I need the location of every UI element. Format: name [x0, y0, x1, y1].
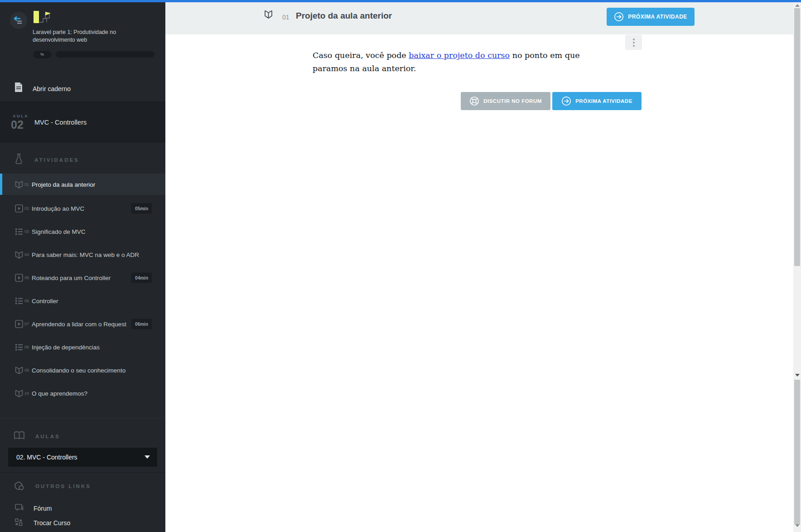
- book-icon: [264, 10, 273, 19]
- book-icon: [15, 389, 23, 397]
- duration-badge: 04min: [131, 272, 152, 283]
- app-window: Laravel parte 1: Produtividade no desenv…: [0, 0, 801, 532]
- activity-label: Introdução ao MVC: [32, 205, 84, 212]
- link-icon: [14, 481, 25, 491]
- book-icon: [15, 366, 23, 374]
- arrow-right-circle-icon: [561, 96, 571, 106]
- activity-label: Injeção de dependências: [32, 343, 100, 350]
- open-notebook-button[interactable]: Abrir caderno: [0, 82, 165, 97]
- course-logo: [33, 10, 55, 29]
- course-progress-bar: [56, 51, 154, 58]
- other-links-section: OUTROS LINKS Fórum Trocar Curso: [0, 472, 165, 532]
- activity-item[interactable]: 09 Consolidando o seu conhecimento: [0, 358, 165, 382]
- video-icon: [15, 204, 23, 213]
- lesson-title: MVC - Controllers: [34, 119, 87, 126]
- lessons-section: AULAS 02. MVC - Controllers: [0, 418, 165, 472]
- video-icon: [15, 274, 23, 282]
- activity-item[interactable]: 04 Para saber mais: MVC na web e o ADR: [0, 243, 165, 266]
- activity-number: 06: [24, 299, 29, 303]
- progress-percent-badge: %: [33, 51, 51, 58]
- list-icon: [15, 343, 23, 351]
- lesson-select-dropdown[interactable]: 02. MVC - Controllers: [8, 448, 157, 467]
- activity-number: 10: [24, 391, 29, 396]
- list-icon: [15, 297, 23, 305]
- open-book-icon: [14, 431, 25, 440]
- activity-label: Roteando para um Controller: [32, 274, 111, 281]
- activity-label: Projeto da aula anterior: [32, 181, 95, 188]
- activity-number: 01: [24, 182, 29, 187]
- scroll-up-arrow-icon[interactable]: [795, 4, 800, 7]
- arrow-right-circle-icon: [614, 12, 624, 22]
- next-activity-button-top[interactable]: PRÓXIMA ATIVIDADE: [607, 8, 695, 26]
- sidebar-link-item[interactable]: Fórum: [0, 502, 165, 516]
- activities-list: 01 Projeto da aula anterior 02 Introduçã…: [0, 174, 165, 405]
- activity-item[interactable]: 06 Controller: [0, 289, 165, 312]
- open-notebook-label: Abrir caderno: [33, 85, 71, 92]
- scroll-down-arrow-icon[interactable]: [795, 524, 800, 527]
- discuss-forum-label: DISCUTIR NO FORUM: [483, 98, 542, 104]
- top-accent-bar: [0, 0, 801, 2]
- task-text-prefix: Caso queira, você pode: [313, 51, 409, 60]
- activity-number: 02: [24, 206, 29, 211]
- scrollbar-thumb-outer[interactable]: [794, 380, 800, 524]
- sidebar-link-label: Fórum: [34, 505, 52, 512]
- activity-content: Caso queira, você pode baixar o projeto …: [165, 34, 793, 532]
- kebab-menu-icon: [625, 39, 642, 47]
- lesson-number: 02: [11, 118, 24, 131]
- scrollbar-thumb-inner[interactable]: [794, 8, 800, 266]
- lessons-section-label: AULAS: [35, 434, 60, 439]
- sidebar-link-label: Trocar Curso: [34, 519, 70, 527]
- activity-item[interactable]: 10 O que aprendemos?: [0, 382, 165, 405]
- activity-item[interactable]: 05 Roteando para um Controller 04min: [0, 266, 165, 289]
- next-activity-label: PRÓXIMA ATIVIDADE: [628, 14, 687, 20]
- activities-section-header: ATIVIDADES: [0, 150, 165, 168]
- course-sidebar: Laravel parte 1: Produtividade no desenv…: [0, 0, 165, 532]
- activity-number: 05: [24, 276, 29, 280]
- activity-header: 01 Projeto da aula anterior PRÓXIMA ATIV…: [165, 2, 793, 34]
- activity-label: Para saber mais: MVC na web e o ADR: [32, 251, 139, 258]
- activity-item[interactable]: 03 Significado de MVC: [0, 220, 165, 243]
- activity-number: 03: [24, 229, 29, 234]
- activity-number: 04: [24, 252, 29, 257]
- task-paragraph: Caso queira, você pode baixar o projeto …: [313, 49, 607, 75]
- book-icon: [15, 180, 23, 189]
- chevron-down-icon: [145, 455, 150, 459]
- activity-number: 08: [24, 345, 29, 349]
- chat-icon: [15, 504, 24, 512]
- lifebuoy-icon: [469, 96, 479, 106]
- duration-badge: 06min: [131, 319, 152, 329]
- next-activity-label: PRÓXIMA ATIVIDADE: [575, 98, 632, 104]
- book-icon: [15, 251, 23, 259]
- activity-item[interactable]: 08 Injeção de dependências: [0, 335, 165, 358]
- flask-icon: [14, 154, 23, 164]
- duration-badge: 05min: [131, 203, 152, 213]
- more-options-button[interactable]: [625, 35, 642, 50]
- activity-item[interactable]: 02 Introdução ao MVC 05min: [0, 197, 165, 220]
- activity-header-number: 01: [282, 14, 290, 21]
- discuss-forum-button[interactable]: DISCUTIR NO FORUM: [461, 92, 550, 110]
- activity-label: Controller: [32, 297, 58, 304]
- task-actions: DISCUTIR NO FORUM PRÓXIMA ATIVIDADE: [461, 92, 642, 110]
- other-links-label: OUTROS LINKS: [35, 484, 91, 489]
- scrollbar[interactable]: [793, 2, 801, 532]
- course-title: Laravel parte 1: Produtividade no desenv…: [33, 29, 146, 44]
- sidebar-link-item[interactable]: Trocar Curso: [0, 517, 165, 530]
- activity-item[interactable]: 01 Projeto da aula anterior: [0, 174, 165, 195]
- activity-number: 07: [24, 322, 29, 326]
- activity-label: Aprendendo a lidar com o Request: [32, 320, 126, 327]
- activity-label: Significado de MVC: [32, 228, 86, 235]
- notebook-file-icon: [14, 82, 23, 92]
- activity-number: 09: [24, 368, 29, 372]
- download-project-link[interactable]: baixar o projeto do curso: [409, 51, 510, 60]
- activity-label: Consolidando o seu conhecimento: [32, 367, 125, 373]
- activity-item[interactable]: 07 Aprendendo a lidar com o Request 06mi…: [0, 312, 165, 335]
- collapse-sidebar-button[interactable]: [10, 12, 27, 29]
- scroll-down-arrow-icon[interactable]: [795, 374, 800, 377]
- video-icon: [15, 320, 23, 328]
- grid-icon: [15, 518, 23, 526]
- lesson-select-value: 02. MVC - Controllers: [16, 454, 77, 461]
- activity-header-title: Projeto da aula anterior: [296, 11, 392, 21]
- current-lesson-block: AULA 02 MVC - Controllers: [0, 102, 165, 142]
- next-activity-button-bottom[interactable]: PRÓXIMA ATIVIDADE: [552, 92, 642, 110]
- list-icon: [15, 227, 23, 236]
